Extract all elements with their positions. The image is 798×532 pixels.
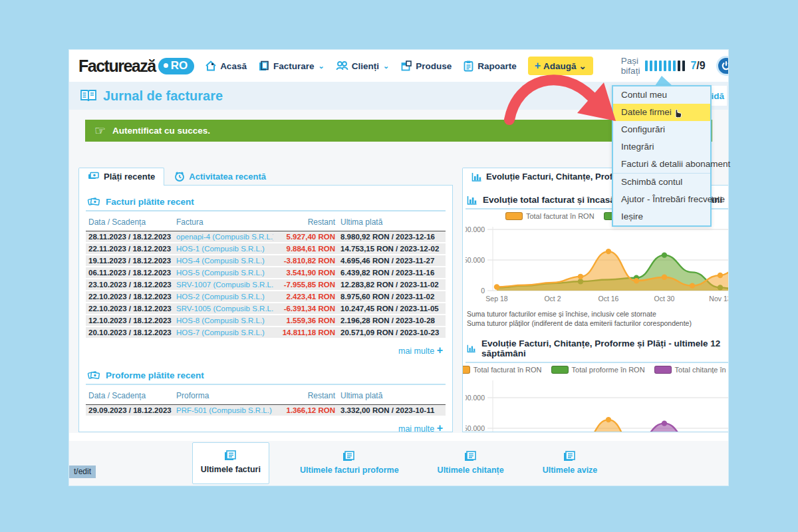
table-row: 23.10.2023 / 18.12.2023SRV-1007 (Compusi… — [86, 279, 446, 291]
svg-text:Oct 2: Oct 2 — [544, 295, 561, 303]
nav-label: Facturare — [273, 61, 315, 71]
svg-text:100.000: 100.000 — [466, 225, 485, 233]
menu-item-ieșire[interactable]: Ieșire — [613, 208, 710, 225]
cell-last-payment: 14.753,15 RON / 2023-12-02 — [338, 243, 446, 255]
browser-status-url: t/edit — [69, 466, 96, 478]
documents-stack-icon — [342, 450, 356, 462]
cell-restant: 2.423,41 RON — [273, 291, 338, 303]
table-row: 06.11.2023 / 18.12.2023HOS-5 (Compusib S… — [86, 267, 446, 279]
cell-document-link[interactable]: SRV-1007 (Compusib S.R.L.) — [174, 279, 273, 291]
cell-document-link[interactable]: HOS-8 (Compusib S.R.L.) — [174, 315, 273, 327]
cell-restant: 1.366,12 RON — [273, 405, 338, 417]
cell-document-link[interactable]: openapi-4 (Compusib S.R.L.) — [174, 231, 273, 243]
footer-tab-label: Ultimele chitanțe — [438, 466, 504, 475]
cell-last-payment: 20.571,09 RON / 2023-10-23 — [338, 327, 446, 338]
more-invoices-link[interactable]: mai multe + — [398, 346, 443, 356]
footer-tab-label: Ultimele avize — [543, 466, 598, 475]
menu-item-schimbă-contul[interactable]: Schimbă contul — [613, 173, 710, 191]
footer-tab-ultimele-avize[interactable]: Ultimele avize — [535, 444, 606, 484]
col-ultima-plata: Ultima plată — [338, 213, 446, 231]
documents-stack-icon — [464, 450, 478, 462]
cell-document-link[interactable]: HOS-5 (Compusib S.R.L.) — [174, 267, 273, 279]
col-ultima-plata: Ultima plată — [338, 386, 446, 405]
cell-last-payment: 8.975,60 RON / 2023-11-02 — [338, 291, 446, 303]
step-bar — [664, 61, 666, 71]
nav-label: Rapoarte — [477, 61, 517, 71]
footer-tab-label: Ultimele facturi — [201, 465, 261, 474]
chevron-down-icon: ⌄ — [383, 62, 389, 70]
steps-progress[interactable]: Pași bifați 7/9 — [621, 56, 706, 76]
cell-last-payment: 8.980,92 RON / 2023-12-16 — [338, 231, 446, 243]
main-nav: Acasă Facturare⌄ Clienți⌄ Produse Rapoar… — [205, 57, 593, 75]
col-factura: Factura — [174, 213, 273, 231]
user-menu-trigger[interactable]: Popescu (sandbox) — [716, 56, 728, 76]
footer-tab-ultimele-facturi[interactable]: Ultimele facturi — [192, 442, 269, 484]
cell-document-link[interactable]: HOS-7 (Compusib S.R.L.) — [174, 327, 273, 338]
footer-tab-ultimele-chitanțe[interactable]: Ultimele chitanțe — [430, 444, 512, 484]
cell-document-link[interactable]: PRF-501 (Compusib S.R.L.) — [174, 405, 273, 417]
nav-item-acasa[interactable]: Acasă — [205, 60, 247, 72]
chart2-area-chart: 100.00050.000 — [466, 375, 728, 432]
logo-ro-badge: RO — [158, 58, 195, 74]
add-button-label: Adaugă — [543, 61, 577, 71]
tab-plati-recente[interactable]: Plăți recente — [78, 168, 164, 186]
nav-item-produse[interactable]: Produse — [400, 60, 452, 72]
chart2-title: Evoluție Facturi, Chitanțe, Proforme și … — [481, 338, 728, 358]
banknotes-icon — [87, 370, 100, 380]
cell-document-link[interactable]: SRV-1005 (Compusib S.R.L.) — [174, 303, 273, 315]
section-title: Facturi plătite recent — [106, 197, 194, 207]
cell-document-link[interactable]: HOS-2 (Compusib S.R.L.) — [174, 291, 273, 303]
journal-icon — [80, 88, 97, 103]
documents-stack-icon — [223, 450, 238, 462]
more-proformas-link[interactable]: mai multe + — [398, 424, 443, 432]
clock-icon — [174, 171, 185, 182]
nav-item-facturare[interactable]: Facturare⌄ — [258, 60, 325, 72]
menu-item-integrări[interactable]: Integrări — [613, 138, 710, 156]
menu-item-facturi-detalii-abonament[interactable]: Facturi & detalii abonament — [613, 156, 710, 173]
cursor-hand-icon — [672, 107, 682, 120]
chart2-legend: Total facturat în RONTotal proforme în R… — [466, 366, 728, 374]
legend-swatch — [462, 366, 470, 374]
svg-text:100.000: 100.000 — [466, 394, 485, 402]
bar-chart-icon — [471, 172, 482, 182]
logo-text: Facturează — [78, 57, 156, 76]
nav-item-rapoarte[interactable]: Rapoarte — [463, 60, 517, 72]
divider — [86, 384, 446, 385]
svg-text:Oct 16: Oct 16 — [598, 295, 619, 303]
cell-document-link[interactable]: HOS-1 (Compusib S.R.L.) — [174, 243, 273, 255]
cell-last-payment: 10.247,45 RON / 2023-11-05 — [338, 303, 446, 315]
legend-label: Total facturat în RON — [473, 366, 542, 374]
step-bar — [668, 61, 671, 71]
payments-icon — [88, 172, 100, 182]
divider — [466, 362, 728, 363]
footer-strip — [69, 433, 728, 441]
cell-date: 19.11.2023 / 18.12.2023 — [86, 255, 174, 267]
cell-document-link[interactable]: HOS-4 (Compusib S.R.L.) — [174, 255, 273, 267]
clients-icon — [336, 60, 348, 72]
steps-bars — [645, 61, 685, 71]
menu-item-configurări[interactable]: Configurări — [613, 121, 710, 138]
cell-restant: -3.810,82 RON — [273, 255, 338, 267]
cell-date: 23.10.2023 / 18.12.2023 — [86, 279, 174, 291]
footer-tab-ultimele-facturi-proforme[interactable]: Ultimele facturi proforme — [292, 444, 407, 484]
chart1-notes: Suma tuturor facturilor emise și închise… — [466, 308, 728, 332]
user-dropdown-menu: Contul meuDatele firmeiConfigurăriIntegr… — [612, 85, 712, 227]
legend-swatch — [505, 212, 523, 220]
nav-item-clienti[interactable]: Clienți⌄ — [336, 60, 389, 72]
add-button[interactable]: + Adaugă ⌄ — [528, 57, 593, 75]
menu-item-datele-firmei[interactable]: Datele firmei — [613, 104, 710, 121]
svg-text:Nov 13: Nov 13 — [709, 295, 728, 303]
tab-activitatea-recenta[interactable]: Activitatea recentă — [166, 168, 275, 186]
steps-label: Pași bifați — [621, 56, 640, 76]
table-row: 28.11.2023 / 18.12.2023openapi-4 (Compus… — [86, 231, 446, 243]
menu-item-ajutor-întrebări-frecvente[interactable]: Ajutor - Întrebări frecvente — [613, 191, 710, 208]
table-row: 19.11.2023 / 18.12.2023HOS-4 (Compusib S… — [86, 255, 446, 267]
logo[interactable]: Facturează RO — [78, 57, 194, 76]
reports-icon — [463, 60, 474, 72]
section-proforme-platite: Proforme plătite recent — [86, 366, 446, 384]
step-bar — [678, 61, 680, 71]
svg-text:Oct 30: Oct 30 — [654, 295, 675, 303]
menu-item-contul-meu[interactable]: Contul meu — [613, 86, 710, 104]
divider — [86, 210, 446, 211]
legend-entry: Total facturat în RON — [505, 212, 595, 220]
